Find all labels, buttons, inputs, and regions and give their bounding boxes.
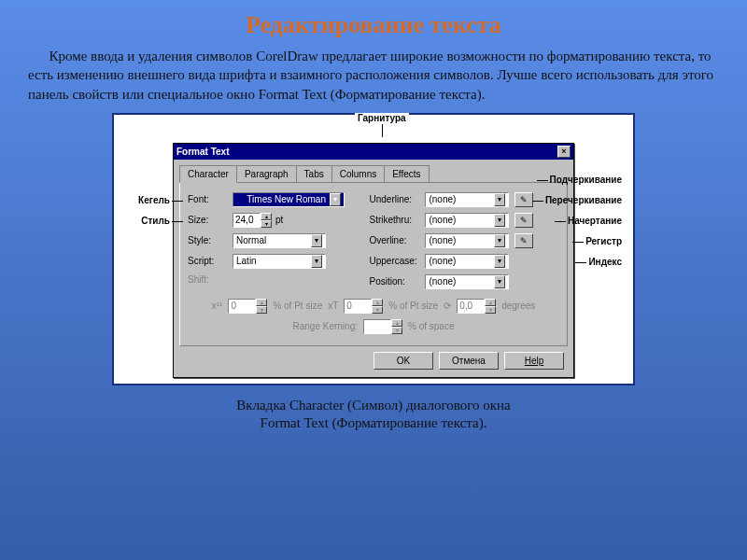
hshift-label: x¹¹ [212,301,223,311]
strike-label: Strikethru: [369,215,421,225]
figure-frame: Гарнитура Кегель Стиль Подчеркивание Пер… [112,113,635,385]
size-spinner[interactable]: 24,0 ▴▾ [233,213,272,228]
position-label: Position: [369,276,421,287]
vshift-spinner: 0▴▾ [344,299,383,314]
style-label: Style: [188,235,229,245]
underline-label: Underline: [369,194,421,204]
overline-label: Overline: [369,235,421,245]
chevron-down-icon[interactable]: ▾ [494,214,505,227]
rotate-unit: degrees [501,301,535,311]
figure-caption: Вкладка Character (Символ) диалогового о… [0,389,747,433]
callout-font: Гарнитура [355,113,409,123]
dialog-title: Format Text [176,147,230,157]
callout-position: Индекс [588,257,622,267]
callout-underline: Подчеркивание [550,175,622,185]
close-icon[interactable]: × [557,146,571,158]
rotate-spinner: 0,0▴▾ [457,299,496,314]
dialog-titlebar[interactable]: Format Text × [174,144,573,160]
tab-effects[interactable]: Effects [384,165,429,182]
shift-label: Shift: [188,274,229,285]
format-text-dialog: Format Text × Character Paragraph Tabs C… [173,143,574,378]
chevron-down-icon[interactable]: ▾ [311,255,322,268]
size-label: Size: [188,215,229,225]
pen-icon: ✎ [520,216,528,225]
callout-overline: Начертание [568,216,622,226]
chevron-down-icon[interactable]: ▾ [330,193,341,206]
callout-size: Кегель [125,195,170,205]
chevron-down-icon[interactable]: ▾ [494,255,505,268]
callout-strike: Перечеркивание [545,195,622,205]
chevron-down-icon[interactable]: ▾ [494,275,505,288]
strike-value: (none) [429,214,456,227]
underline-value: (none) [429,193,456,206]
ok-button[interactable]: OK [374,352,433,370]
tab-paragraph[interactable]: Paragraph [236,165,297,182]
caption-line-1: Вкладка Character (Символ) диалогового о… [0,397,747,415]
vshift-unit: % of Pt size [388,301,438,311]
size-unit: pt [275,215,283,225]
range-kerning-label: Range Kerning: [293,321,359,331]
spin-down-icon[interactable]: ▾ [261,220,272,228]
overline-dropdown[interactable]: (none) ▾ [425,233,509,248]
cancel-button[interactable]: Отмена [439,352,499,370]
style-dropdown[interactable]: Normal ▾ [233,233,326,248]
strike-dropdown[interactable]: (none) ▾ [425,213,509,228]
figure-container: Гарнитура Кегель Стиль Подчеркивание Пер… [0,111,747,389]
style-value: Normal [236,234,266,247]
uppercase-dropdown[interactable]: (none) ▾ [425,254,509,269]
slide-title: Редактирование текста [0,0,747,47]
position-dropdown[interactable]: (none) ▾ [425,274,509,289]
tabstrip: Character Paragraph Tabs Columns Effects [179,165,568,183]
help-button[interactable]: Help [504,352,564,370]
script-label: Script: [188,256,229,266]
range-kerning-spinner: ▴▾ [363,319,402,334]
overline-value: (none) [429,234,456,247]
rotate-icon: ⟳ [444,301,451,311]
underline-edit-button[interactable]: ✎ [514,192,533,207]
uppercase-label: Uppercase: [369,256,421,266]
underline-dropdown[interactable]: (none) ▾ [425,192,509,207]
tab-tabs[interactable]: Tabs [296,165,332,182]
tab-character[interactable]: Character [179,165,237,183]
position-value: (none) [429,275,456,288]
script-dropdown[interactable]: Latin ▾ [233,254,326,269]
script-value: Latin [236,255,257,268]
chevron-down-icon[interactable]: ▾ [494,193,505,206]
size-value[interactable]: 24,0 [233,213,261,228]
range-kerning-unit: % of space [408,321,454,331]
chevron-down-icon[interactable]: ▾ [494,234,505,247]
vshift-label: xT [328,301,338,311]
character-panel: Font: T Times New Roman ▾ Size: [179,183,568,346]
slide-paragraph: Кроме ввода и удаления символов CorelDra… [0,47,747,111]
font-dropdown[interactable]: T Times New Roman ▾ [233,192,345,207]
chevron-down-icon[interactable]: ▾ [311,234,322,247]
dialog-button-row: OK Отмена Help [179,346,568,371]
overline-edit-button[interactable]: ✎ [514,233,533,248]
pen-icon: ✎ [520,195,528,204]
strike-edit-button[interactable]: ✎ [514,213,533,228]
callout-uppercase: Регистр [585,236,622,246]
uppercase-value: (none) [429,255,456,268]
caption-line-2: Format Text (Форматирование текста). [0,414,747,433]
tab-columns[interactable]: Columns [331,165,385,182]
hshift-spinner: 0▴▾ [228,299,267,314]
pen-icon: ✎ [520,236,528,245]
font-value: Times New Roman [243,193,328,206]
truetype-icon: T [236,194,243,205]
hshift-unit: % of Pt size [273,301,322,311]
spin-up-icon[interactable]: ▴ [261,213,272,220]
font-label: Font: [188,194,229,204]
callout-style: Стиль [125,216,170,226]
